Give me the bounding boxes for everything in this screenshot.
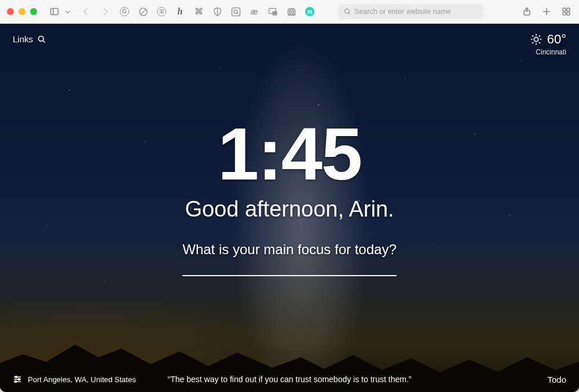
svg-point-13 [345,9,349,13]
extension-noscript-icon[interactable] [138,6,148,17]
svg-line-14 [349,13,350,14]
chevron-down-icon[interactable] [65,8,70,13]
extension-honey-icon[interactable]: h [175,6,185,17]
extension-onepassword-icon[interactable]: ① [156,6,167,17]
svg-rect-22 [567,12,570,15]
extension-archive-icon[interactable] [286,6,296,17]
clock-time: 1:45 [218,117,361,191]
quote-text[interactable]: “The best way to find out if you can tru… [168,375,412,384]
window-maximize-button[interactable] [30,8,37,15]
greeting-text: Good afternoon, Arin. [185,197,394,222]
svg-rect-4 [232,8,240,16]
settings-icon[interactable] [13,375,22,384]
sidebar-toggle-button[interactable] [49,6,60,17]
svg-point-5 [234,10,237,13]
svg-point-39 [14,380,16,382]
svg-rect-20 [567,8,570,11]
focus-prompt: What is your main focus for today? [182,241,397,258]
svg-rect-21 [563,12,566,15]
focus-input[interactable] [182,275,397,276]
browser-toolbar: G ① h ⌘ æ m [0,0,579,24]
svg-point-35 [15,376,17,378]
extension-search-icon[interactable] [230,6,241,17]
window-close-button[interactable] [7,8,14,15]
extension-grammarly-icon[interactable]: G [119,6,130,17]
toolbar-right [521,6,572,17]
svg-point-37 [18,378,20,380]
address-bar[interactable] [338,4,483,19]
svg-line-3 [141,9,146,14]
window-controls [7,8,37,15]
nav-forward-button[interactable] [98,6,110,17]
bottom-bar: Port Angeles, WA, United States “The bes… [0,367,579,392]
window-minimize-button[interactable] [19,8,25,15]
share-button[interactable] [521,6,533,17]
svg-rect-19 [563,8,566,11]
photo-location[interactable]: Port Angeles, WA, United States [28,375,136,384]
extension-ae-icon[interactable]: æ [249,6,259,17]
extension-row: G ① h ⌘ æ m [119,6,315,17]
search-icon [344,8,351,15]
new-tab-dashboard: Links 60° Cincinnati 1:45 Good afternoon… [0,24,579,392]
extension-pip-icon[interactable] [267,6,278,17]
extension-privacy-icon[interactable] [212,6,222,17]
svg-rect-8 [273,12,277,15]
svg-rect-0 [51,9,58,15]
extension-m-icon[interactable]: m [305,6,315,17]
center-panel: 1:45 Good afternoon, Arin. What is your … [0,24,579,392]
nav-back-button[interactable] [81,6,93,17]
tab-overview-button[interactable] [560,6,572,17]
extension-command-icon[interactable]: ⌘ [193,6,204,17]
address-input[interactable] [354,8,477,16]
svg-line-6 [237,13,238,14]
todo-button[interactable]: Todo [547,375,566,384]
new-tab-button[interactable] [541,6,552,17]
